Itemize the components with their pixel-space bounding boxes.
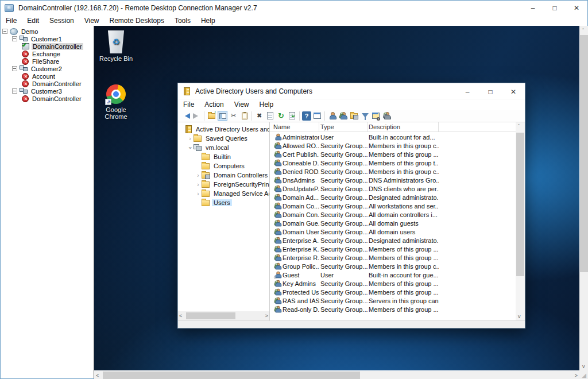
view-menu-icon[interactable] [312, 111, 322, 121]
table-row[interactable]: Read-only D...Security Group...Members o… [270, 305, 516, 314]
expand-chevron-icon[interactable]: › [187, 136, 193, 142]
resize-grip[interactable]: ◢ [579, 371, 588, 379]
aduc-tree-item-managed-service-accoun[interactable]: ›Managed Service Accoun [178, 189, 269, 198]
expand-chevron-icon[interactable]: › [187, 145, 194, 150]
aduc-tree-item-vm-local[interactable]: ›vm.local [178, 143, 269, 152]
aduc-tree-item-users[interactable]: Users [178, 198, 269, 207]
column-header-type[interactable]: Type [319, 122, 368, 132]
aduc-tree-item-foreignsecurityprincipals[interactable]: ›ForeignSecurityPrincipals [178, 180, 269, 189]
aduc-list-vertical-scrollbar[interactable]: ˆ v [516, 122, 525, 320]
remote-desktop-view[interactable]: ♻Recycle Bin↗Google Chrome Active Direct… [94, 26, 579, 370]
tree-group-customer2[interactable]: Customer2 [1, 65, 93, 72]
refresh-icon[interactable]: ↻ [276, 111, 286, 121]
aduc-menu-item-file[interactable]: File [178, 99, 199, 110]
menu-item-file[interactable]: File [1, 16, 22, 26]
tree-server-account[interactable]: Account [1, 72, 93, 80]
scroll-up-icon[interactable]: ˆ [582, 28, 584, 33]
scroll-right-icon[interactable]: > [575, 373, 578, 378]
maximize-button[interactable]: □ [544, 1, 566, 16]
new-ou-icon[interactable] [349, 111, 359, 121]
table-row[interactable]: Protected Us...Security Group...Members … [270, 288, 516, 296]
expand-chevron-icon[interactable]: › [195, 172, 201, 179]
menu-item-view[interactable]: View [79, 16, 105, 26]
tree-group-customer3[interactable]: Customer3 [1, 87, 93, 95]
tree-server-fileshare[interactable]: FileShare [1, 57, 93, 65]
new-user-icon[interactable] [327, 111, 337, 121]
table-row[interactable]: RAS and IAS ...Security Group...Servers … [270, 296, 516, 305]
aduc-close-button[interactable]: ✕ [502, 84, 525, 100]
scroll-right-icon[interactable]: > [265, 313, 268, 319]
column-header-description[interactable]: Description [368, 122, 439, 132]
table-row[interactable]: Cert Publish...Security Group...Members … [270, 150, 516, 158]
menu-item-help[interactable]: Help [196, 16, 220, 26]
rdcman-horizontal-scrollbar[interactable]: < > [94, 371, 579, 379]
table-row[interactable]: Enterprise R...Security Group...Members … [270, 253, 516, 262]
aduc-tree-item-saved-queries[interactable]: ›Saved Queries [178, 134, 269, 143]
cut-icon[interactable]: ✂ [229, 111, 238, 121]
tree-server-domaincontroller[interactable]: DomainController [1, 42, 93, 50]
up-one-level-icon[interactable]: ↑ [207, 111, 216, 121]
aduc-tree-item-domain-controllers[interactable]: ›Domain Controllers [178, 171, 269, 180]
close-button[interactable]: ✕ [566, 1, 587, 16]
scroll-up-icon[interactable]: ˆ [518, 123, 520, 129]
table-row[interactable]: Enterprise A...Security Group...Designat… [270, 236, 516, 245]
find-icon[interactable] [371, 111, 381, 121]
desktop-icon-recycle-bin[interactable]: ♻Recycle Bin [98, 30, 134, 62]
scroll-thumb[interactable] [103, 372, 360, 379]
desktop-icon-google-chrome[interactable]: ↗Google Chrome [98, 84, 134, 120]
table-row[interactable]: Denied ROD...Security Group...Members in… [270, 167, 516, 176]
rdcman-vertical-scrollbar[interactable]: ˆ v [579, 26, 588, 371]
aduc-menu-item-help[interactable]: Help [254, 99, 279, 110]
collapse-toggle-icon[interactable] [12, 66, 17, 71]
table-row[interactable]: DnsAdminsSecurity Group...DNS Administra… [270, 176, 516, 184]
collapse-toggle-icon[interactable] [2, 29, 7, 34]
forward-icon[interactable] [192, 111, 202, 121]
collapse-toggle-icon[interactable] [12, 36, 17, 41]
table-row[interactable]: Enterprise K...Security Group...Members … [270, 245, 516, 253]
tree-server-domaincontroller[interactable]: DomainController [1, 95, 93, 102]
aduc-maximize-button[interactable]: □ [479, 84, 502, 100]
export-list-icon[interactable] [287, 111, 297, 121]
table-row[interactable]: Domain Ad...Security Group...Designated … [270, 193, 516, 202]
aduc-menu-item-view[interactable]: View [229, 99, 254, 110]
menu-item-session[interactable]: Session [44, 16, 79, 26]
scroll-left-icon[interactable]: < [96, 373, 99, 378]
scroll-thumb[interactable] [580, 35, 588, 272]
table-row[interactable]: DnsUpdateP...Security Group...DNS client… [270, 184, 516, 193]
scroll-left-icon[interactable]: < [179, 313, 182, 319]
table-row[interactable]: Key AdminsSecurity Group...Members of th… [270, 279, 516, 288]
aduc-tree-horizontal-scrollbar[interactable]: < > [178, 311, 269, 320]
scroll-down-icon[interactable]: v [518, 314, 521, 319]
table-row[interactable]: Domain Co...Security Group...All worksta… [270, 202, 516, 210]
menu-item-remote-desktops[interactable]: Remote Desktops [105, 16, 169, 26]
delegate-icon[interactable] [382, 111, 392, 121]
table-row[interactable]: Domain UsersSecurity Group...All domain … [270, 227, 516, 236]
help-icon[interactable]: ? [302, 111, 311, 121]
scroll-thumb[interactable] [186, 312, 235, 319]
delete-icon[interactable]: ✖ [254, 111, 264, 121]
table-row[interactable]: AdministratorUserBuilt-in account for ad… [270, 133, 516, 141]
scroll-thumb[interactable] [516, 133, 524, 276]
scroll-down-icon[interactable]: v [582, 363, 585, 369]
tree-server-exchange[interactable]: Exchange [1, 50, 93, 57]
aduc-tree-item-active-directory-users-and-com[interactable]: Active Directory Users and Com [178, 125, 269, 134]
aduc-tree-item-builtin[interactable]: Builtin [178, 152, 269, 161]
aduc-tree-item-computers[interactable]: Computers [178, 161, 269, 171]
table-row[interactable]: Domain Con...Security Group...All domain… [270, 210, 516, 219]
expand-chevron-icon[interactable]: › [195, 191, 201, 197]
column-header-name[interactable]: Name [272, 122, 319, 132]
menu-item-edit[interactable]: Edit [22, 16, 44, 26]
collapse-toggle-icon[interactable] [12, 88, 17, 94]
aduc-minimize-button[interactable]: – [456, 84, 479, 100]
table-row[interactable]: GuestUserBuilt-in account for gue... [270, 270, 516, 279]
table-row[interactable]: Cloneable D...Security Group...Members o… [270, 158, 516, 167]
table-row[interactable]: Group Polic...Security Group...Members i… [270, 262, 516, 270]
back-icon[interactable] [181, 111, 191, 121]
expand-chevron-icon[interactable]: › [195, 181, 201, 188]
menu-item-tools[interactable]: Tools [169, 16, 196, 26]
table-row[interactable]: Domain Gue...Security Group...All domain… [270, 219, 516, 227]
tree-server-domaincontroller[interactable]: DomainController [1, 80, 93, 87]
aduc-menu-item-action[interactable]: Action [199, 99, 229, 110]
paste-icon[interactable] [239, 111, 249, 121]
properties-icon[interactable] [265, 111, 275, 121]
